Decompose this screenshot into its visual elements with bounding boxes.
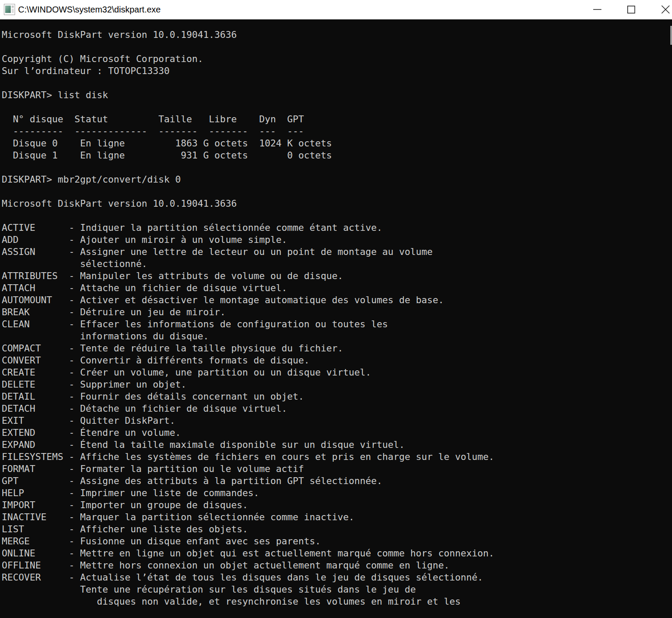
console-app-icon-detail xyxy=(12,6,14,8)
scrollbar-thumb[interactable] xyxy=(670,26,672,45)
console-app-icon-pane xyxy=(5,6,11,13)
console-output: Microsoft DiskPart version 10.0.19041.36… xyxy=(0,19,672,608)
close-icon xyxy=(661,5,670,14)
console-app-icon[interactable] xyxy=(4,4,15,15)
console-viewport[interactable]: Microsoft DiskPart version 10.0.19041.36… xyxy=(0,19,672,618)
minimize-button[interactable] xyxy=(580,0,614,19)
console-app-icon-detail xyxy=(12,9,14,13)
window-title: C:\WINDOWS\system32\diskpart.exe xyxy=(18,0,161,19)
minimize-icon xyxy=(593,5,602,14)
console-window: C:\WINDOWS\system32\diskpart.exe Microso… xyxy=(0,0,672,618)
titlebar[interactable]: C:\WINDOWS\system32\diskpart.exe xyxy=(0,0,672,19)
close-button[interactable] xyxy=(648,0,672,19)
maximize-button[interactable] xyxy=(614,0,648,19)
maximize-icon xyxy=(627,6,635,14)
